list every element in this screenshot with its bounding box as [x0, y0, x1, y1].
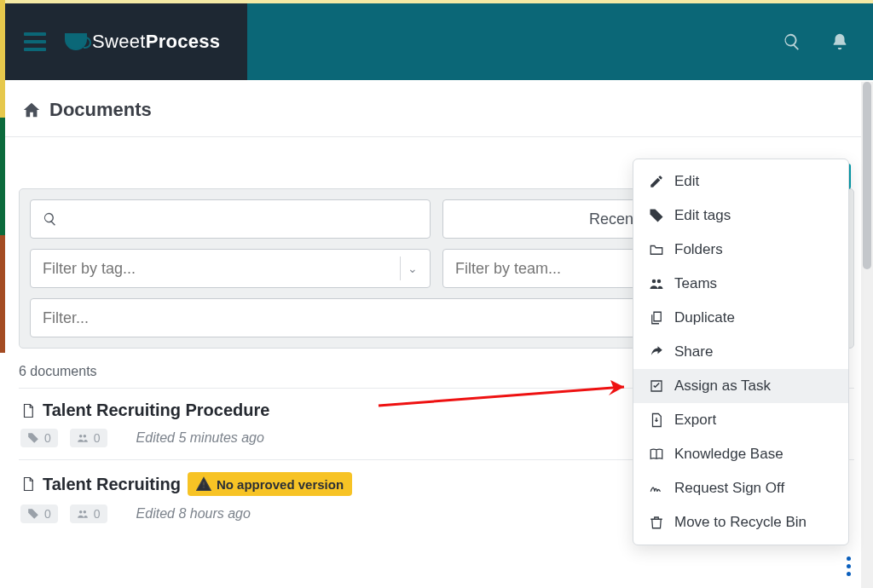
duplicate-icon: [649, 310, 664, 326]
scroll-thumb[interactable]: [863, 82, 871, 269]
menu-export[interactable]: Export: [633, 403, 848, 437]
menu-assign-task[interactable]: Assign as Task: [633, 369, 848, 403]
signature-icon: [649, 481, 664, 496]
tag-filter-field[interactable]: [43, 260, 393, 278]
bell-icon[interactable]: [830, 32, 849, 51]
teams-count-pill[interactable]: 0: [70, 504, 107, 523]
menu-edit[interactable]: Edit: [633, 164, 848, 199]
edit-icon: [649, 174, 664, 189]
tag-icon: [27, 432, 39, 444]
people-icon: [649, 276, 664, 291]
page-title: Documents: [49, 99, 152, 121]
header-right: [247, 3, 873, 80]
menu-toggle-icon[interactable]: [24, 32, 46, 51]
brand-name: SweetProcess: [92, 31, 220, 53]
vertical-scrollbar[interactable]: [861, 82, 873, 588]
menu-edit-tags[interactable]: Edit tags: [633, 199, 848, 233]
page-title-row: Documents: [0, 80, 873, 137]
menu-request-signoff[interactable]: Request Sign Off: [633, 471, 848, 505]
menu-duplicate[interactable]: Duplicate: [633, 301, 848, 335]
row-more-menu[interactable]: [847, 556, 851, 576]
share-icon: [649, 344, 664, 360]
folder-icon: [649, 242, 664, 257]
tags-count-pill[interactable]: 0: [20, 429, 58, 447]
document-title: Talent Recruiting: [43, 475, 181, 494]
tag-icon: [27, 508, 39, 520]
edited-timestamp: Edited 5 minutes ago: [136, 430, 264, 446]
cup-icon: [65, 33, 87, 50]
people-icon: [77, 508, 89, 520]
book-icon: [649, 447, 664, 462]
menu-share[interactable]: Share: [633, 335, 848, 369]
menu-knowledge-base[interactable]: Knowledge Base: [633, 437, 848, 471]
no-approved-version-badge: No approved version: [188, 472, 352, 496]
brand-logo[interactable]: SweetProcess: [65, 31, 220, 53]
document-icon: [20, 401, 36, 420]
document-context-menu: Edit Edit tags Folders Teams Duplicate S…: [633, 159, 849, 545]
edited-timestamp: Edited 8 hours ago: [136, 506, 251, 522]
menu-teams[interactable]: Teams: [633, 267, 848, 301]
search-icon[interactable]: [783, 32, 801, 51]
warning-icon: [196, 475, 211, 493]
export-icon: [649, 412, 664, 428]
teams-count-pill[interactable]: 0: [70, 429, 107, 447]
trash-icon: [649, 515, 664, 530]
search-field[interactable]: [57, 210, 418, 228]
chevron-down-icon: ⌄: [408, 262, 418, 275]
tags-count-pill[interactable]: 0: [20, 504, 58, 523]
menu-recycle-bin[interactable]: Move to Recycle Bin: [633, 505, 848, 539]
decorative-left-stripes: [0, 0, 5, 588]
people-icon: [77, 432, 89, 444]
menu-folders[interactable]: Folders: [633, 233, 848, 267]
home-icon: [22, 101, 41, 119]
tag-icon: [649, 208, 664, 223]
header-left: SweetProcess: [0, 3, 247, 80]
search-input[interactable]: [30, 199, 431, 239]
document-icon: [20, 475, 36, 493]
app-header: SweetProcess: [0, 3, 873, 80]
checkbox-icon: [649, 378, 664, 394]
document-title: Talent Recruiting Procedure: [43, 401, 269, 420]
filter-by-tag[interactable]: ⌄: [30, 249, 431, 288]
search-icon: [43, 211, 57, 227]
